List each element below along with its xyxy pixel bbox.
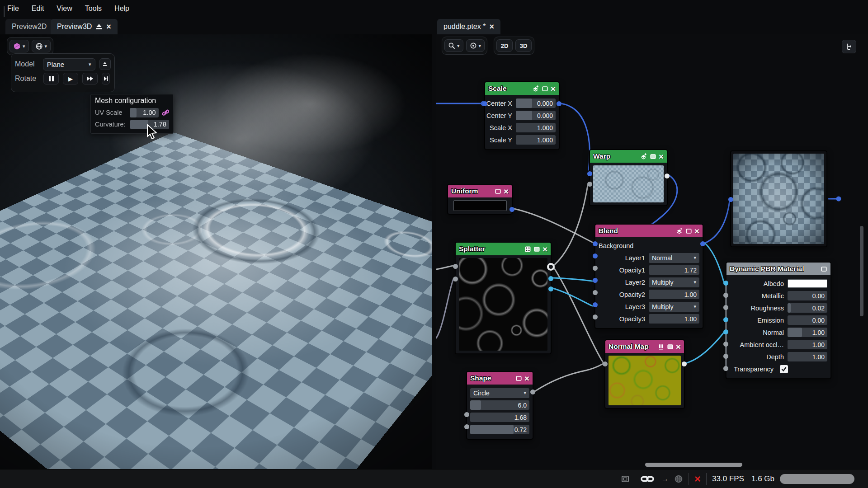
node-graph-panel[interactable]: ▾ ▾ 2D 3D — [436, 34, 868, 469]
node-header[interactable]: Warp × — [590, 150, 667, 163]
node-header[interactable]: Blend × — [595, 225, 703, 237]
output-port-selected[interactable] — [547, 263, 555, 271]
preview-3d-button[interactable]: 3D — [515, 39, 532, 52]
node-header[interactable]: Splatter × — [456, 243, 551, 255]
environment-select-button[interactable]: ▾ — [32, 40, 51, 52]
slider-handle[interactable] — [130, 108, 137, 117]
param-slider[interactable]: 1.00 — [788, 352, 827, 361]
input-port[interactable] — [723, 281, 728, 286]
param-slider[interactable]: 0.72 — [470, 425, 529, 434]
input-port[interactable] — [593, 278, 598, 283]
tab-preview3d[interactable]: Preview3D × — [51, 19, 118, 34]
input-port[interactable] — [723, 293, 728, 298]
view-options-button[interactable]: ▾ — [466, 39, 485, 52]
node-header[interactable]: Scale × — [485, 82, 559, 95]
dice-icon[interactable] — [524, 246, 531, 253]
preview-2d-button[interactable]: 2D — [496, 39, 513, 52]
preview-toggle-icon[interactable] — [542, 85, 548, 92]
output-port[interactable] — [548, 286, 553, 291]
slider-handle[interactable] — [788, 328, 802, 337]
preview-toggle-icon[interactable] — [495, 188, 501, 195]
error-close-icon[interactable]: × — [694, 474, 701, 484]
step-forward-button[interactable] — [102, 73, 110, 84]
input-port[interactable] — [453, 264, 458, 269]
input-port[interactable] — [723, 354, 728, 359]
input-port[interactable] — [728, 197, 733, 202]
node-scale[interactable]: Scale × Center X0.000 Center Y0.000 Scal… — [485, 82, 559, 150]
param-slider[interactable]: 6.0 — [470, 400, 529, 410]
horizontal-scrollbar[interactable] — [645, 463, 742, 467]
input-port[interactable] — [453, 277, 458, 282]
paused-buffer-icon[interactable] — [658, 343, 665, 350]
node-normal-map[interactable]: Normal Map × — [605, 340, 684, 408]
zoom-menu-button[interactable]: ▾ — [444, 39, 463, 52]
output-port[interactable] — [557, 101, 561, 106]
input-port[interactable] — [723, 329, 728, 334]
mesh-config-button[interactable] — [99, 58, 111, 70]
model-select-button[interactable]: ▾ — [9, 40, 29, 52]
node-blend[interactable]: Blend × Background Layer1Normal▾ Opacity… — [595, 224, 703, 328]
menu-tools[interactable]: Tools — [85, 5, 102, 13]
slider-handle[interactable] — [516, 99, 532, 108]
input-port[interactable] — [593, 290, 598, 295]
param-slider[interactable]: 1.00 — [649, 314, 699, 324]
close-icon[interactable]: × — [106, 22, 111, 32]
buffer-icon[interactable] — [640, 153, 647, 160]
preview-panel-icon[interactable] — [621, 475, 629, 483]
buffer-icon[interactable] — [675, 227, 683, 235]
param-slider[interactable]: 0.02 — [788, 303, 827, 313]
menu-edit[interactable]: Edit — [32, 5, 44, 13]
node-header[interactable]: Normal Map × — [605, 340, 684, 353]
close-icon[interactable]: × — [551, 84, 556, 93]
node-header[interactable]: Uniform × — [448, 185, 512, 197]
input-port[interactable] — [723, 342, 728, 347]
input-port[interactable] — [593, 253, 598, 258]
uv-scale-slider[interactable]: 1.00 — [130, 108, 159, 117]
color-swatch[interactable] — [453, 200, 507, 211]
slider-handle[interactable] — [788, 303, 791, 313]
preview-toggle-icon[interactable] — [650, 153, 656, 160]
param-slider[interactable]: 1.00 — [649, 290, 699, 299]
output-port[interactable] — [665, 174, 670, 178]
input-port[interactable] — [587, 182, 592, 187]
node-uniform[interactable]: Uniform × — [448, 184, 512, 214]
menu-help[interactable]: Help — [114, 5, 129, 13]
preview3d-viewport[interactable]: ▾ ▾ Model Plane ▾ Rotate ▶ — [0, 34, 432, 469]
tab-document[interactable]: puddle.ptex * × — [437, 19, 500, 34]
param-slider[interactable]: 1.000 — [516, 135, 556, 145]
output-port[interactable] — [548, 276, 553, 281]
node-dynamic-pbr-material[interactable]: Dynamic PBR Material Albedo Metallic0.00… — [726, 262, 831, 379]
input-port[interactable] — [723, 305, 728, 310]
close-icon[interactable]: × — [524, 374, 529, 383]
param-slider[interactable]: 1.68 — [470, 413, 529, 422]
play-button[interactable]: ▶ — [63, 73, 78, 84]
transparency-checkbox[interactable] — [780, 365, 788, 373]
output-port[interactable] — [509, 207, 514, 212]
output-port[interactable] — [682, 361, 687, 366]
param-slider[interactable]: 1.00 — [788, 328, 827, 337]
input-port[interactable] — [723, 317, 728, 322]
close-icon[interactable]: × — [504, 187, 509, 196]
node-header[interactable]: Shape × — [467, 372, 533, 385]
param-slider[interactable]: 0.00 — [788, 315, 827, 325]
input-port[interactable] — [603, 361, 608, 366]
close-icon[interactable]: × — [659, 152, 664, 161]
input-port[interactable] — [593, 266, 598, 271]
node-shape[interactable]: Shape × Circle▾ 6.0 1.68 0.72 — [467, 371, 533, 439]
blend-mode-dropdown[interactable]: Normal▾ — [649, 253, 699, 263]
output-port[interactable] — [700, 241, 705, 246]
node-splatter[interactable]: Splatter × — [455, 242, 551, 354]
tab-preview2d[interactable]: Preview2D — [5, 19, 53, 34]
vertical-scrollbar[interactable] — [860, 226, 863, 316]
input-port[interactable] — [593, 302, 598, 307]
param-slider[interactable]: 0.000 — [516, 111, 556, 120]
close-icon[interactable]: × — [676, 343, 681, 351]
eject-icon[interactable] — [95, 23, 103, 30]
input-port[interactable] — [593, 241, 598, 246]
node-warp[interactable]: Warp × — [590, 150, 667, 206]
shape-type-dropdown[interactable]: Circle▾ — [470, 388, 529, 398]
preview-toggle-icon[interactable] — [685, 228, 692, 235]
slider-handle[interactable] — [470, 425, 514, 434]
globe-dim-icon[interactable] — [674, 474, 683, 483]
param-slider[interactable]: 0.00 — [788, 291, 827, 300]
